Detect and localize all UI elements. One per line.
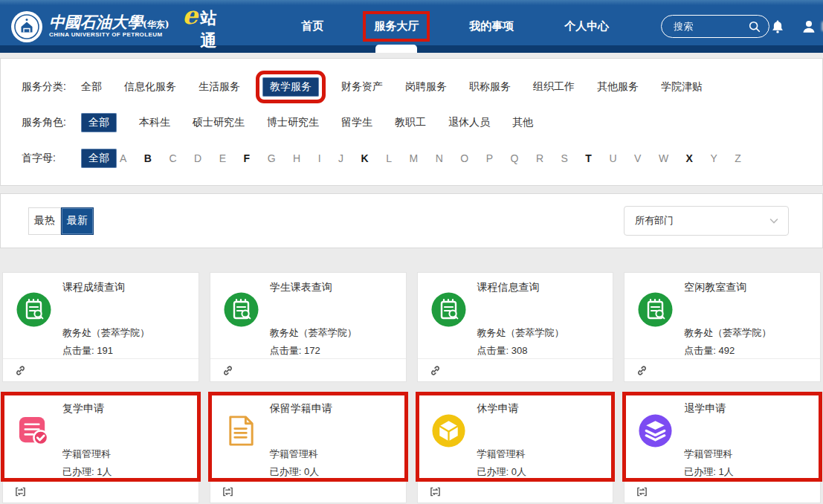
letter-chip[interactable]: Y: [710, 152, 717, 164]
letter-chip[interactable]: S: [561, 152, 568, 164]
workflow-icon[interactable]: [636, 486, 648, 497]
card-footer: [624, 479, 820, 503]
letter-chip[interactable]: T: [585, 152, 592, 164]
service-card[interactable]: 学生课表查询 教务处（荟萃学院） 点击量: 172: [210, 272, 407, 382]
card-main: 学生课表查询 教务处（荟萃学院） 点击量: 172: [210, 273, 406, 358]
service-card[interactable]: 复学申请 学籍管理科 已办理: 1人: [2, 393, 199, 503]
service-title[interactable]: 课程信息查询: [477, 281, 603, 294]
workflow-icon[interactable]: [430, 486, 441, 497]
category-chip[interactable]: 学院津贴: [661, 80, 703, 94]
account-menu[interactable]: ▼: [801, 19, 823, 35]
card-main: 课程成绩查询 教务处（荟萃学院） 点击量: 191: [3, 273, 199, 358]
tab-newest[interactable]: 最新: [61, 207, 94, 235]
letter-chip[interactable]: C: [169, 152, 176, 164]
letter-chip[interactable]: I: [318, 152, 321, 164]
suspend-study-icon: [431, 413, 466, 448]
letter-chip[interactable]: O: [460, 152, 468, 164]
letter-chip[interactable]: X: [686, 152, 693, 164]
service-card[interactable]: 空闲教室查询 教务处（荟萃学院） 点击量: 492: [624, 272, 821, 382]
letter-chip[interactable]: L: [386, 152, 392, 164]
role-chip[interactable]: 博士研究生: [267, 116, 319, 129]
link-icon[interactable]: [15, 365, 26, 376]
service-card[interactable]: 保留学籍申请 学籍管理科 已办理: 0人: [210, 393, 407, 503]
role-chip[interactable]: 本科生: [139, 116, 170, 129]
initial-all-chip[interactable]: 全部: [81, 149, 117, 168]
service-metric: 已办理: 0人: [270, 465, 396, 479]
nav-item[interactable]: 服务大厅: [349, 0, 444, 53]
category-chip[interactable]: 信息化服务: [124, 80, 176, 94]
category-chip[interactable]: 组织工作: [533, 80, 575, 94]
service-department: 学籍管理科: [684, 448, 810, 461]
service-card[interactable]: 休学申请 学籍管理科 已办理: 0人: [417, 393, 614, 503]
service-metric: 已办理: 1人: [684, 465, 810, 479]
letter-chip[interactable]: J: [338, 152, 343, 164]
sort-tabs: 最热 最新: [28, 207, 94, 235]
category-chip[interactable]: 生活服务: [199, 80, 240, 94]
role-chip[interactable]: 留学生: [341, 116, 372, 129]
service-card-grid: 课程成绩查询 教务处（荟萃学院） 点击量: 191 学生课表查询 教务处（荟萃学…: [0, 272, 823, 503]
letter-chip[interactable]: R: [536, 152, 543, 164]
role-chip[interactable]: 退休人员: [448, 116, 490, 129]
letter-chip[interactable]: K: [361, 152, 369, 164]
role-chip[interactable]: 全部: [81, 113, 117, 132]
letter-chip[interactable]: F: [244, 152, 251, 164]
category-chip[interactable]: 教学服务: [262, 77, 319, 97]
card-footer: [210, 479, 406, 503]
bell-icon[interactable]: [769, 19, 786, 35]
link-icon[interactable]: [430, 365, 441, 376]
letter-chip[interactable]: B: [144, 152, 152, 164]
link-icon[interactable]: [636, 365, 648, 376]
card-footer: [418, 479, 613, 503]
letter-chip[interactable]: A: [120, 152, 126, 164]
letter-chip[interactable]: N: [436, 152, 443, 164]
category-chip[interactable]: 财务资产: [341, 80, 383, 94]
card-main: 休学申请 学籍管理科 已办理: 0人: [418, 394, 613, 479]
workflow-icon[interactable]: [15, 486, 26, 497]
department-filter[interactable]: 所有部门: [624, 206, 789, 236]
service-title[interactable]: 课程成绩查询: [62, 281, 188, 294]
letter-chip[interactable]: Z: [735, 152, 741, 164]
service-card[interactable]: 课程成绩查询 教务处（荟萃学院） 点击量: 191: [2, 272, 199, 382]
category-chip[interactable]: 其他服务: [597, 80, 639, 94]
letter-chip[interactable]: P: [486, 152, 493, 164]
service-title[interactable]: 复学申请: [62, 402, 188, 416]
service-metric: 点击量: 308: [477, 344, 603, 358]
search-icon[interactable]: [748, 20, 761, 33]
link-icon[interactable]: [222, 365, 233, 376]
letter-chip[interactable]: G: [268, 152, 276, 164]
letter-chip[interactable]: D: [194, 152, 201, 164]
role-chip[interactable]: 教职工: [395, 116, 426, 129]
letter-chip[interactable]: V: [634, 152, 641, 164]
letter-chip[interactable]: Q: [510, 152, 518, 164]
category-chip[interactable]: 全部: [81, 80, 102, 94]
category-chip[interactable]: 岗聘服务: [405, 80, 447, 94]
letter-chip[interactable]: W: [659, 152, 668, 164]
service-metric: 已办理: 1人: [62, 465, 188, 479]
service-card[interactable]: 课程信息查询 教务处（荟萃学院） 点击量: 308: [417, 272, 614, 382]
service-title[interactable]: 空闲教室查询: [684, 281, 810, 294]
role-chip[interactable]: 其他: [512, 116, 533, 129]
nav-item[interactable]: 首页: [276, 0, 349, 53]
category-chip[interactable]: 职称服务: [469, 80, 511, 94]
logo[interactable]: 中國石油大學(华东) CHINA UNIVERSITY OF PETROLEUM…: [10, 0, 218, 53]
service-title[interactable]: 学生课表查询: [270, 281, 396, 294]
letter-chip[interactable]: U: [609, 152, 616, 164]
letter-chip[interactable]: H: [293, 152, 300, 164]
letter-chip[interactable]: E: [219, 152, 226, 164]
tab-hottest[interactable]: 最热: [28, 207, 61, 235]
workflow-icon[interactable]: [222, 486, 233, 497]
service-title[interactable]: 保留学籍申请: [270, 402, 396, 416]
role-chip[interactable]: 硕士研究生: [193, 116, 245, 129]
header-search[interactable]: [661, 15, 769, 38]
user-icon: [801, 19, 817, 35]
search-input[interactable]: [674, 21, 748, 32]
service-card[interactable]: 退学申请 学籍管理科 已办理: 1人: [624, 393, 821, 503]
nav-item[interactable]: 个人中心: [539, 0, 634, 53]
filter-panel: 服务分类: 全部 信息化服务 生活服务 教学服务 财务资产 岗聘服务 职称服务 …: [0, 58, 823, 186]
top-header: 中國石油大學(华东) CHINA UNIVERSITY OF PETROLEUM…: [0, 0, 823, 53]
service-title[interactable]: 退学申请: [684, 402, 810, 416]
service-title[interactable]: 休学申请: [477, 402, 603, 416]
letter-chip[interactable]: M: [409, 152, 418, 164]
university-seal-icon: [10, 10, 43, 43]
nav-item[interactable]: 我的事项: [444, 0, 539, 53]
